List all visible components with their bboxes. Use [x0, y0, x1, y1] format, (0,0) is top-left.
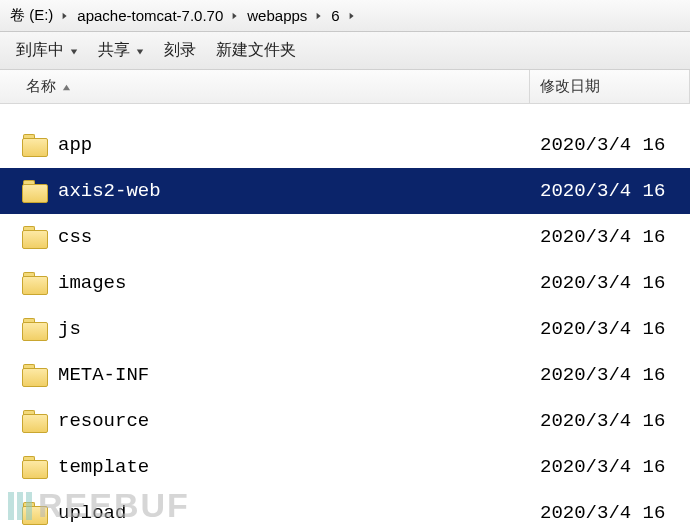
- toolbar-label: 共享: [98, 40, 130, 61]
- file-name-cell: images: [0, 272, 530, 294]
- share-button[interactable]: 共享: [88, 36, 154, 65]
- toolbar-label: 刻录: [164, 40, 196, 61]
- file-name: js: [58, 318, 81, 340]
- breadcrumb[interactable]: 卷 (E:) apache-tomcat-7.0.70 webapps 6: [0, 0, 690, 32]
- file-name-cell: app: [0, 134, 530, 156]
- burn-button[interactable]: 刻录: [154, 36, 206, 65]
- add-to-library-button[interactable]: 到库中: [6, 36, 88, 65]
- toolbar: 到库中 共享 刻录 新建文件夹: [0, 32, 690, 70]
- file-row[interactable]: template2020/3/4 16: [0, 444, 690, 490]
- column-header-name[interactable]: 名称: [0, 70, 530, 103]
- file-name-cell: js: [0, 318, 530, 340]
- folder-icon: [22, 364, 48, 386]
- breadcrumb-item[interactable]: apache-tomcat-7.0.70: [73, 7, 227, 24]
- chevron-down-icon: [70, 42, 78, 60]
- file-row[interactable]: upload2020/3/4 16: [0, 490, 690, 531]
- folder-icon: [22, 226, 48, 248]
- file-row[interactable]: app2020/3/4 16: [0, 122, 690, 168]
- breadcrumb-item[interactable]: webapps: [243, 7, 311, 24]
- column-label: 名称: [26, 77, 56, 96]
- file-date-cell: 2020/3/4 16: [530, 180, 690, 202]
- file-name: upload: [58, 502, 126, 524]
- folder-icon: [22, 318, 48, 340]
- file-row[interactable]: resource2020/3/4 16: [0, 398, 690, 444]
- file-name: images: [58, 272, 126, 294]
- file-name-cell: template: [0, 456, 530, 478]
- file-name: template: [58, 456, 149, 478]
- file-list: app2020/3/4 16axis2-web2020/3/4 16css202…: [0, 122, 690, 531]
- column-header-date[interactable]: 修改日期: [530, 70, 690, 103]
- sort-asc-icon: [62, 78, 71, 95]
- chevron-right-icon[interactable]: [227, 12, 243, 20]
- chevron-right-icon[interactable]: [344, 12, 360, 20]
- file-date-cell: 2020/3/4 16: [530, 502, 690, 524]
- file-date-cell: 2020/3/4 16: [530, 318, 690, 340]
- toolbar-label: 新建文件夹: [216, 40, 296, 61]
- file-row[interactable]: META-INF2020/3/4 16: [0, 352, 690, 398]
- file-date-cell: 2020/3/4 16: [530, 272, 690, 294]
- column-header-row: 名称 修改日期: [0, 70, 690, 104]
- file-name: resource: [58, 410, 149, 432]
- toolbar-label: 到库中: [16, 40, 64, 61]
- column-label: 修改日期: [540, 77, 600, 96]
- file-row[interactable]: js2020/3/4 16: [0, 306, 690, 352]
- file-row[interactable]: css2020/3/4 16: [0, 214, 690, 260]
- folder-icon: [22, 272, 48, 294]
- chevron-down-icon: [136, 42, 144, 60]
- spacer: [0, 104, 690, 122]
- folder-icon: [22, 134, 48, 156]
- file-name: axis2-web: [58, 180, 161, 202]
- file-row[interactable]: axis2-web2020/3/4 16: [0, 168, 690, 214]
- file-date-cell: 2020/3/4 16: [530, 134, 690, 156]
- folder-icon: [22, 410, 48, 432]
- file-name: css: [58, 226, 92, 248]
- breadcrumb-item[interactable]: 6: [327, 7, 343, 24]
- file-name-cell: css: [0, 226, 530, 248]
- folder-icon: [22, 180, 48, 202]
- folder-icon: [22, 456, 48, 478]
- chevron-right-icon[interactable]: [311, 12, 327, 20]
- folder-icon: [22, 502, 48, 524]
- file-name-cell: META-INF: [0, 364, 530, 386]
- file-name: META-INF: [58, 364, 149, 386]
- file-name: app: [58, 134, 92, 156]
- file-date-cell: 2020/3/4 16: [530, 364, 690, 386]
- breadcrumb-item[interactable]: 卷 (E:): [6, 6, 57, 25]
- file-date-cell: 2020/3/4 16: [530, 410, 690, 432]
- chevron-right-icon[interactable]: [57, 12, 73, 20]
- file-name-cell: axis2-web: [0, 180, 530, 202]
- new-folder-button[interactable]: 新建文件夹: [206, 36, 306, 65]
- file-name-cell: upload: [0, 502, 530, 524]
- file-name-cell: resource: [0, 410, 530, 432]
- file-row[interactable]: images2020/3/4 16: [0, 260, 690, 306]
- file-date-cell: 2020/3/4 16: [530, 226, 690, 248]
- file-date-cell: 2020/3/4 16: [530, 456, 690, 478]
